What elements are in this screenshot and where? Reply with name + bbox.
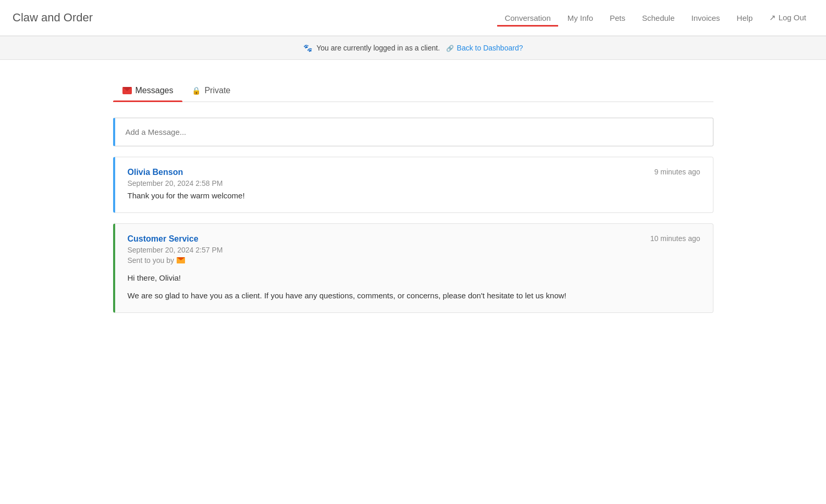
nav-link-invoices[interactable]: Invoices (684, 9, 728, 27)
nav-link-myinfo[interactable]: My Info (560, 9, 600, 27)
message-body: Thank you for the warm welcome! (128, 190, 700, 202)
paw-icon: 🐾 (303, 44, 312, 52)
message-body-service: Hi there, Olivia! We are so glad to have… (128, 272, 700, 302)
dashboard-link[interactable]: 🔗 Back to Dashboard? (446, 44, 523, 52)
tab-private[interactable]: 🔒 Private (182, 81, 240, 102)
alert-text: You are currently logged in as a client. (316, 44, 440, 52)
time-ago-service: 10 minutes ago (650, 234, 700, 243)
alert-bar: 🐾 You are currently logged in as a clien… (0, 36, 826, 60)
main-container: Messages 🔒 Private Olivia Benson 9 minut… (101, 60, 726, 336)
logout-icon: ↗ (769, 13, 776, 22)
nav-link-schedule[interactable]: Schedule (635, 9, 682, 27)
message-card-user: Olivia Benson 9 minutes ago September 20… (113, 157, 713, 213)
message-date: September 20, 2024 2:58 PM (128, 179, 700, 187)
sender-name: Olivia Benson (128, 168, 183, 177)
tabs: Messages 🔒 Private (113, 81, 713, 102)
nav-link-logout[interactable]: ↗ Log Out (762, 9, 813, 27)
nav-item-schedule[interactable]: Schedule (635, 9, 682, 27)
tab-messages[interactable]: Messages (113, 81, 183, 102)
sent-by-label: Sent to you by (128, 256, 700, 264)
nav-item-logout[interactable]: ↗ Log Out (762, 9, 813, 27)
brand-name: Claw and Order (13, 11, 93, 24)
nav-link-conversation[interactable]: Conversation (497, 9, 558, 27)
sender-name-service: Customer Service (128, 234, 199, 244)
message-date-service: September 20, 2024 2:57 PM (128, 246, 700, 254)
lock-icon: 🔒 (192, 86, 201, 95)
nav-links: Conversation My Info Pets Schedule Invoi… (497, 9, 813, 27)
message-input-container[interactable] (113, 118, 713, 146)
time-ago: 9 minutes ago (655, 168, 700, 176)
nav-item-help[interactable]: Help (730, 9, 760, 27)
nav-item-invoices[interactable]: Invoices (684, 9, 728, 27)
message-card-service: Customer Service 10 minutes ago Septembe… (113, 223, 713, 313)
nav-item-myinfo[interactable]: My Info (560, 9, 600, 27)
message-input[interactable] (126, 128, 702, 136)
nav-item-conversation[interactable]: Conversation (497, 9, 558, 27)
nav-link-help[interactable]: Help (730, 9, 760, 27)
message-header-service: Customer Service 10 minutes ago (128, 234, 700, 244)
navbar: Claw and Order Conversation My Info Pets… (0, 0, 826, 36)
mail-icon (122, 87, 132, 94)
envelope-icon (177, 257, 185, 263)
message-header: Olivia Benson 9 minutes ago (128, 168, 700, 177)
external-link-icon: 🔗 (446, 45, 454, 52)
nav-link-pets[interactable]: Pets (602, 9, 633, 27)
nav-item-pets[interactable]: Pets (602, 9, 633, 27)
